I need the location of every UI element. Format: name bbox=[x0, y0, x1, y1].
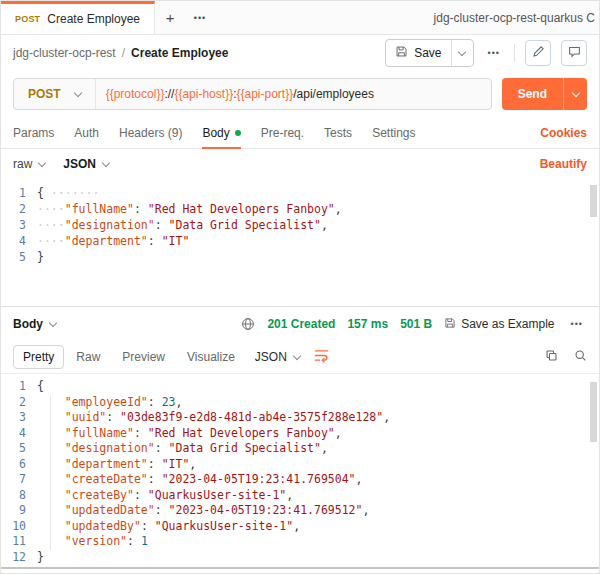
chevron-down-icon bbox=[38, 158, 46, 166]
network-globe-icon[interactable] bbox=[241, 317, 255, 331]
url-box: POST {{protocol}}://{{api-host}}:{{api-p… bbox=[13, 78, 492, 110]
divider bbox=[514, 44, 515, 62]
url-variable: {{protocol}} bbox=[106, 87, 165, 101]
beautify-link[interactable]: Beautify bbox=[540, 157, 587, 171]
save-as-example-button[interactable]: Save as Example bbox=[444, 317, 554, 332]
line-number: 2 bbox=[1, 201, 37, 217]
code-line: 5 "designation": "Data Grid Specialist", bbox=[1, 441, 599, 457]
breadcrumb-collection[interactable]: jdg-cluster-ocp-rest bbox=[13, 46, 116, 60]
code-line: 3····"designation": "Data Grid Specialis… bbox=[1, 217, 599, 233]
breadcrumb-row: jdg-cluster-ocp-rest / Create Employee S… bbox=[1, 35, 599, 71]
response-format-label: JSON bbox=[255, 350, 287, 364]
response-body-dropdown[interactable]: Body bbox=[13, 317, 56, 331]
body-format-label: JSON bbox=[63, 157, 96, 171]
line-number: 10 bbox=[1, 519, 37, 535]
bottom-strip bbox=[1, 569, 599, 573]
tab-strip: POST Create Employee + ••• jdg-cluster-o… bbox=[1, 1, 599, 35]
response-view-preview[interactable]: Preview bbox=[112, 345, 175, 369]
request-section-tabbar: ParamsAuthHeaders (9)BodyPre-req.TestsSe… bbox=[1, 117, 599, 149]
response-time[interactable]: 157 ms bbox=[347, 317, 388, 331]
send-options-button[interactable] bbox=[563, 78, 587, 110]
chevron-down-icon bbox=[293, 351, 301, 359]
response-size[interactable]: 501 B bbox=[400, 317, 432, 331]
code-line: 1{ ······· bbox=[1, 185, 599, 201]
pencil-icon bbox=[532, 45, 545, 61]
request-editor-scrollbar[interactable] bbox=[590, 185, 597, 217]
breadcrumb-request-name: Create Employee bbox=[131, 46, 228, 60]
breadcrumb-separator: / bbox=[122, 46, 125, 60]
code-line: 7 "createDate": "2023-04-05T19:23:41.769… bbox=[1, 472, 599, 488]
response-more-actions-button[interactable]: ••• bbox=[567, 315, 587, 333]
tab-label: Pre-req. bbox=[261, 126, 304, 140]
line-number: 3 bbox=[1, 217, 37, 233]
send-button-label: Send bbox=[518, 87, 547, 101]
request-section-tab-params[interactable]: Params bbox=[13, 117, 54, 148]
code-text: "createDate": "2023-04-05T19:23:41.76950… bbox=[37, 472, 362, 488]
line-number: 11 bbox=[1, 534, 37, 550]
tab-label: Settings bbox=[372, 126, 415, 140]
edit-documentation-button[interactable] bbox=[525, 40, 551, 66]
comment-icon bbox=[568, 45, 581, 61]
body-options-row: raw JSON Beautify bbox=[1, 149, 599, 179]
save-split-button: Save bbox=[385, 39, 473, 67]
open-request-tab[interactable]: POST Create Employee bbox=[1, 1, 155, 34]
cookies-link[interactable]: Cookies bbox=[540, 126, 587, 140]
request-section-tab-auth[interactable]: Auth bbox=[74, 117, 99, 148]
response-tools bbox=[545, 349, 587, 365]
url-variable: {{api-host}} bbox=[174, 87, 233, 101]
code-line: 8 "createBy": "QuarkusUser-site-1", bbox=[1, 488, 599, 504]
request-section-tab-pre-req[interactable]: Pre-req. bbox=[261, 117, 304, 148]
request-actions: Save ••• bbox=[385, 39, 587, 67]
url-input[interactable]: {{protocol}}://{{api-host}}:{{api-port}}… bbox=[96, 79, 491, 109]
save-as-example-label: Save as Example bbox=[461, 317, 554, 331]
comments-button[interactable] bbox=[561, 40, 587, 66]
request-editor-lines: 1{ ·······2····"fullName": "Red Hat Deve… bbox=[1, 185, 599, 265]
code-text: "updatedBy": "QuarkusUser-site-1", bbox=[37, 519, 300, 535]
request-section-tab-tests[interactable]: Tests bbox=[324, 117, 352, 148]
line-number: 8 bbox=[1, 488, 37, 504]
body-type-dropdown[interactable]: raw bbox=[13, 157, 45, 171]
request-section-tab-settings[interactable]: Settings bbox=[372, 117, 415, 148]
save-button[interactable]: Save bbox=[386, 40, 450, 66]
code-line: 1{ bbox=[1, 379, 599, 395]
line-number: 7 bbox=[1, 472, 37, 488]
body-format-dropdown[interactable]: JSON bbox=[63, 157, 109, 171]
tab-options-button[interactable]: ••• bbox=[185, 1, 215, 34]
copy-icon bbox=[545, 349, 558, 365]
response-view-pretty[interactable]: Pretty bbox=[13, 345, 64, 369]
code-line: 2 "employeeId": 23, bbox=[1, 395, 599, 411]
line-number: 1 bbox=[1, 185, 37, 201]
request-section-tab-body[interactable]: Body bbox=[202, 117, 240, 148]
status-badge[interactable]: 201 Created bbox=[267, 317, 335, 331]
response-view-raw[interactable]: Raw bbox=[66, 345, 110, 369]
copy-response-button[interactable] bbox=[545, 349, 558, 365]
body-type-label: raw bbox=[13, 157, 32, 171]
environment-selector[interactable]: jdg-cluster-ocp-rest-quarkus C bbox=[424, 1, 599, 34]
new-tab-button[interactable]: + bbox=[155, 1, 185, 34]
code-text: } bbox=[37, 550, 44, 566]
code-text: "department": "IT", bbox=[37, 457, 196, 473]
search-response-button[interactable] bbox=[574, 349, 587, 365]
response-meta: 201 Created 157 ms 501 B Save as Example… bbox=[241, 315, 587, 333]
send-split-button: Send bbox=[502, 78, 587, 110]
request-editor[interactable]: 1{ ·······2····"fullName": "Red Hat Deve… bbox=[1, 179, 599, 307]
line-number: 4 bbox=[1, 426, 37, 442]
request-url-row: POST {{protocol}}://{{api-host}}:{{api-p… bbox=[1, 71, 599, 117]
method-selector[interactable]: POST bbox=[14, 79, 96, 109]
response-format-dropdown[interactable]: JSON bbox=[255, 350, 300, 364]
code-line: 6 "department": "IT", bbox=[1, 457, 599, 473]
response-editor[interactable]: 1{2 "employeeId": 23,3 "uuid": "03de83f9… bbox=[1, 373, 599, 569]
response-toolbar: PrettyRawPreviewVisualize JSON bbox=[1, 341, 599, 373]
tab-label: Headers (9) bbox=[119, 126, 182, 140]
request-section-tab-headers-9[interactable]: Headers (9) bbox=[119, 117, 182, 148]
response-view-visualize[interactable]: Visualize bbox=[177, 345, 245, 369]
request-more-actions-button[interactable]: ••• bbox=[484, 44, 504, 62]
code-text: { ······· bbox=[37, 185, 99, 201]
line-number: 1 bbox=[1, 379, 37, 395]
code-line: 4····"department": "IT" bbox=[1, 233, 599, 249]
wrap-lines-toggle[interactable] bbox=[314, 348, 329, 366]
code-text: "designation": "Data Grid Specialist", bbox=[37, 441, 328, 457]
response-editor-scrollbar[interactable] bbox=[590, 382, 597, 442]
save-options-button[interactable] bbox=[451, 40, 473, 66]
send-button[interactable]: Send bbox=[502, 78, 563, 110]
